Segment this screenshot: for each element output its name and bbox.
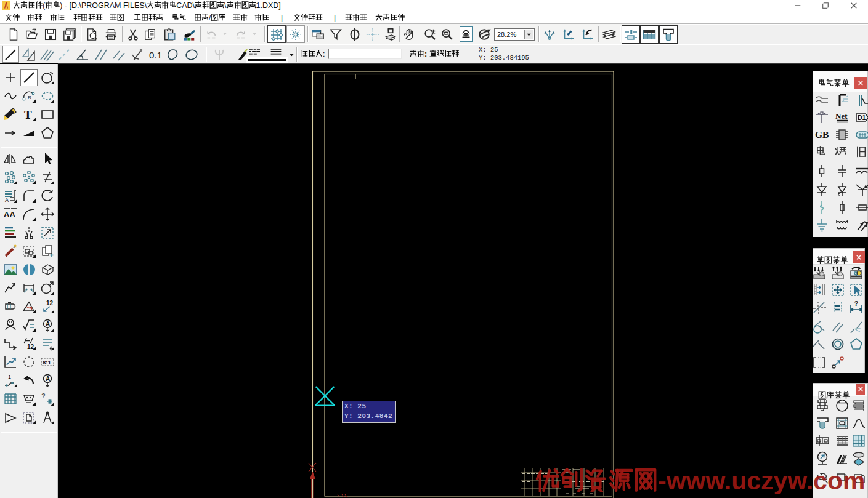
svg-text:D1: D1 (858, 114, 866, 121)
svg-text:?: ? (854, 300, 858, 307)
svg-text:GB: GB (815, 129, 829, 140)
svg-text:Net: Net (835, 111, 848, 121)
